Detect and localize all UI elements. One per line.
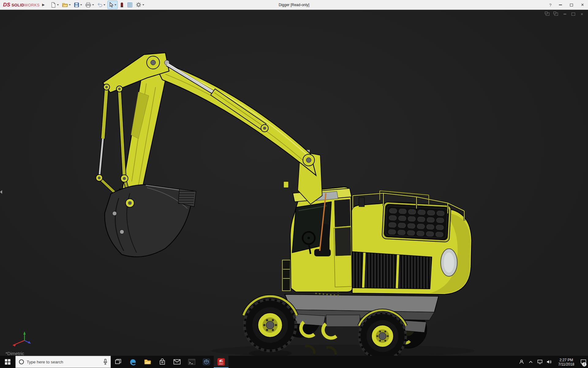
dropdown-caret[interactable] — [104, 4, 105, 6]
dropdown-caret[interactable] — [142, 4, 144, 6]
close-icon: × — [581, 2, 584, 7]
exhaust-stack — [359, 197, 364, 207]
door-window — [335, 227, 351, 256]
print-button[interactable] — [84, 1, 95, 9]
seat-cushion — [314, 249, 331, 256]
appearance-icon — [120, 2, 124, 8]
dropdown-caret[interactable] — [57, 4, 59, 6]
popout-icon[interactable] — [545, 12, 550, 16]
volume-icon — [546, 359, 552, 364]
open-folder-icon — [62, 2, 68, 8]
mail-button[interactable] — [170, 356, 184, 368]
undo-button[interactable] — [96, 1, 106, 9]
mail-icon — [173, 359, 181, 365]
file-explorer-button[interactable] — [140, 356, 155, 368]
windows-logo-icon — [5, 359, 10, 365]
front-grille — [341, 251, 432, 289]
minimize-document-icon[interactable] — [562, 12, 567, 16]
bucket-cylinder[interactable] — [96, 84, 130, 201]
hidden-icons-button[interactable] — [526, 356, 535, 368]
options-button[interactable] — [135, 1, 145, 9]
solidworks-icon: 2017 — [217, 358, 225, 366]
3d-viewer-icon — [203, 358, 210, 365]
window-controls: ? × — [546, 0, 588, 10]
excavator-model[interactable] — [0, 10, 588, 356]
dassault-ds-glyph: DS — [3, 2, 10, 8]
bucket[interactable] — [105, 185, 196, 257]
maximize-button[interactable] — [566, 0, 577, 10]
chevron-up-icon — [529, 360, 533, 363]
taskbar-clock[interactable]: 2:27 PM 7/11/2018 — [554, 358, 579, 366]
minimize-icon — [559, 5, 562, 5]
3d-viewer-button[interactable] — [199, 356, 214, 368]
task-view-icon — [115, 359, 121, 365]
ground-reflection — [211, 345, 475, 356]
clock-date: 7/11/2018 — [554, 362, 579, 366]
undo-icon — [97, 2, 103, 8]
close-document-icon[interactable]: × — [579, 12, 584, 16]
main-boom[interactable] — [152, 59, 316, 175]
front-wheel[interactable] — [244, 299, 296, 351]
edge-icon — [129, 358, 137, 366]
clock-time: 2:27 PM — [554, 358, 579, 362]
access-ladder — [282, 260, 290, 291]
menu-expand-arrow[interactable]: ▶ — [42, 3, 44, 7]
notification-badge: 2 — [582, 362, 586, 366]
orientation-triad — [7, 329, 36, 351]
rear-wheel[interactable] — [359, 313, 406, 356]
open-button[interactable] — [61, 1, 72, 9]
start-button[interactable] — [0, 356, 15, 368]
taskbar: 2017 2:27 PM — [0, 356, 588, 368]
quick-access-toolbar — [49, 0, 146, 10]
restore-document-icon[interactable] — [571, 12, 576, 16]
select-arrow-icon — [109, 2, 114, 8]
select-button[interactable] — [107, 1, 118, 9]
mirror — [284, 182, 288, 188]
help-button[interactable]: ? — [546, 0, 555, 10]
view-orientation-label: *Dimetric — [6, 351, 24, 356]
taskbar-search[interactable] — [15, 356, 111, 368]
gear-icon — [136, 2, 141, 8]
people-button[interactable] — [517, 356, 526, 368]
terminal-icon — [188, 359, 195, 365]
dropdown-caret[interactable] — [92, 4, 94, 6]
side-window — [334, 199, 350, 227]
spreadsheet-icon — [127, 2, 133, 8]
dropdown-caret[interactable] — [80, 4, 82, 6]
save-button[interactable] — [73, 1, 83, 9]
close-button[interactable]: × — [577, 0, 588, 10]
search-icon — [19, 359, 24, 364]
network-icon — [537, 359, 543, 364]
dropdown-caret[interactable] — [115, 4, 116, 6]
network-button[interactable] — [535, 356, 545, 368]
action-center-button[interactable]: 2 — [579, 356, 588, 368]
minimize-button[interactable] — [555, 0, 566, 10]
store-button[interactable] — [155, 356, 170, 368]
3d-viewport[interactable]: × — [0, 10, 588, 356]
search-input[interactable] — [27, 360, 100, 364]
save-icon — [74, 2, 79, 8]
svg-text:2017: 2017 — [219, 363, 224, 365]
file-explorer-icon — [144, 359, 151, 365]
appearance-button[interactable] — [119, 1, 125, 9]
new-document-icon — [51, 2, 56, 8]
system-tray: 2:27 PM 7/11/2018 2 — [517, 356, 588, 368]
solidworks-taskbar-button[interactable]: 2017 — [214, 356, 228, 368]
solidworks-logo: DS SOLIDWORKS — [0, 2, 41, 8]
store-icon — [159, 358, 166, 365]
popout-icon-2[interactable] — [554, 12, 559, 16]
new-document-button[interactable] — [50, 1, 60, 9]
stick-cylinder[interactable] — [167, 63, 268, 132]
microphone-icon[interactable] — [103, 359, 107, 365]
document-window-controls: × — [545, 12, 584, 16]
print-icon — [85, 2, 91, 8]
edge-button[interactable] — [126, 356, 140, 368]
dropdown-caret[interactable] — [69, 4, 71, 6]
terminal-button[interactable] — [184, 356, 199, 368]
maximize-icon — [570, 4, 573, 6]
spreadsheet-button[interactable] — [126, 1, 134, 9]
task-view-button[interactable] — [111, 356, 126, 368]
volume-button[interactable] — [545, 356, 554, 368]
titlebar: DS SOLIDWORKS ▶ — [0, 0, 588, 10]
people-icon — [519, 359, 524, 365]
